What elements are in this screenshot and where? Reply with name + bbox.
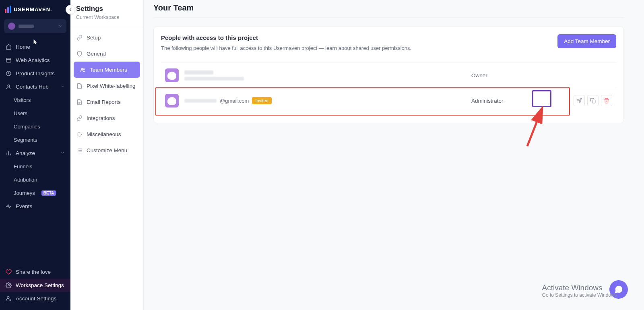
nav-visitors[interactable]: Visitors: [0, 93, 70, 107]
card-title: People with access to this project: [161, 34, 557, 41]
workspace-name-redacted: [19, 25, 34, 28]
nav-contacts-hub[interactable]: Contacts Hub: [0, 80, 70, 93]
settings-misc[interactable]: Miscellaneous: [70, 126, 143, 142]
cursor-overlay-icon: [31, 39, 39, 48]
collapse-sidebar-button[interactable]: [66, 5, 75, 14]
settings-pixel[interactable]: Pixel White-labelling: [70, 78, 143, 94]
svg-rect-23: [592, 100, 595, 103]
member-role: Owner: [471, 72, 560, 79]
home-icon: [6, 44, 12, 50]
settings-title: Settings: [76, 5, 138, 13]
invited-badge: Invited: [252, 97, 271, 104]
integration-icon: [76, 115, 83, 121]
settings-general[interactable]: General: [70, 45, 143, 62]
nav-web-analytics-label: Web Analytics: [16, 57, 50, 63]
nav-account-settings-label: Account Settings: [16, 296, 56, 302]
logo-icon: [5, 6, 11, 13]
nav-companies[interactable]: Companies: [0, 120, 70, 133]
nav-analyze-label: Analyze: [16, 150, 35, 156]
chevron-down-icon: [60, 150, 65, 156]
settings-customize-menu[interactable]: Customize Menu: [70, 142, 143, 158]
nav-contacts-hub-label: Contacts Hub: [16, 84, 49, 90]
gear-icon: [6, 282, 12, 288]
team-card: People with access to this project The f…: [153, 27, 624, 123]
svg-line-25: [527, 109, 542, 146]
delete-member-button[interactable]: [601, 95, 612, 106]
nav-funnels[interactable]: Funnels: [0, 160, 70, 173]
nav-events-label: Events: [16, 203, 32, 209]
primary-nav: Home Web Analytics Product Insights Cont…: [0, 39, 70, 265]
team-icon: [79, 66, 86, 73]
settings-email-reports[interactable]: Email Reports: [70, 94, 143, 110]
nav-share-label: Share the love: [16, 269, 51, 275]
nav-share-love[interactable]: Share the love: [0, 265, 70, 279]
nav-web-analytics[interactable]: Web Analytics: [0, 54, 70, 67]
user-settings-icon: [6, 296, 12, 302]
card-description: The following people will have full acce…: [161, 45, 557, 51]
misc-icon: [76, 131, 83, 137]
nav-product-insights-label: Product Insights: [16, 70, 55, 76]
svg-point-3: [8, 85, 10, 87]
svg-point-8: [7, 297, 9, 299]
heart-icon: [6, 269, 12, 275]
settings-team-members[interactable]: Team Members: [74, 62, 140, 78]
nav-account-settings[interactable]: Account Settings: [0, 292, 70, 305]
nav-ws-settings-label: Workspace Settings: [16, 282, 64, 288]
chart-icon: [6, 150, 12, 156]
chat-widget-button[interactable]: [609, 280, 628, 299]
chevron-down-icon: [60, 84, 65, 90]
copy-invite-button[interactable]: [587, 95, 599, 106]
main-content: Your Team People with access to this pro…: [144, 0, 644, 310]
link-icon: [76, 34, 83, 41]
brand-text: USERMAVEN.: [14, 6, 52, 12]
svg-point-10: [81, 68, 83, 70]
nav-events[interactable]: Events: [0, 200, 70, 213]
member-email-redacted: [184, 77, 244, 81]
pulse-icon: [6, 203, 12, 209]
svg-point-11: [83, 68, 85, 70]
settings-integrations[interactable]: Integrations: [70, 110, 143, 126]
member-role: Administrator: [471, 98, 560, 104]
nav-workspace-settings[interactable]: Workspace Settings: [0, 279, 70, 292]
nav-journeys[interactable]: Journeys BETA: [0, 186, 70, 200]
nav-attribution[interactable]: Attribution: [0, 173, 70, 186]
member-email-redacted: [184, 99, 217, 103]
svg-point-14: [77, 132, 81, 136]
list-icon: [76, 147, 83, 153]
user-icon: [6, 84, 12, 90]
member-avatar: [165, 68, 179, 82]
page-title: Your Team: [153, 2, 624, 18]
member-avatar: [165, 94, 179, 107]
nav-product-insights[interactable]: Product Insights: [0, 67, 70, 80]
member-email-partial: @gmail.com: [220, 98, 249, 104]
nav-analyze[interactable]: Analyze: [0, 147, 70, 160]
member-name-redacted: [184, 70, 213, 74]
svg-rect-0: [6, 58, 11, 62]
workspace-avatar: [8, 23, 15, 30]
file-icon: [76, 83, 83, 89]
svg-point-9: [10, 300, 11, 301]
shield-icon: [76, 50, 83, 57]
nav-home-label: Home: [16, 44, 30, 50]
settings-subtitle: Current Workspace: [76, 14, 138, 20]
svg-point-7: [8, 285, 10, 286]
brand-logo[interactable]: USERMAVEN.: [0, 0, 70, 19]
nav-segments[interactable]: Segments: [0, 133, 70, 147]
beta-badge: BETA: [41, 190, 56, 196]
browser-icon: [6, 57, 12, 63]
settings-subnav: Settings Current Workspace Setup General…: [70, 0, 144, 310]
report-icon: [76, 99, 83, 105]
resend-invite-button[interactable]: [574, 95, 585, 106]
insights-icon: [6, 70, 12, 76]
nav-users[interactable]: Users: [0, 107, 70, 120]
chevron-down-icon: [58, 23, 62, 29]
settings-setup[interactable]: Setup: [70, 29, 143, 45]
add-team-member-button[interactable]: Add Team Member: [557, 34, 616, 48]
workspace-switcher[interactable]: [4, 19, 66, 33]
member-row: @gmail.com Invited Administrator: [161, 88, 616, 113]
member-row: Owner: [161, 62, 616, 88]
